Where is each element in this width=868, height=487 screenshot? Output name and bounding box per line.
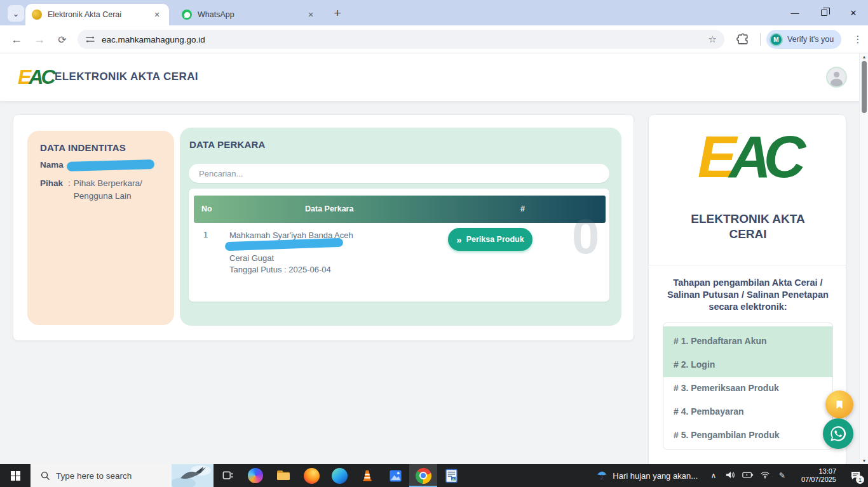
case-details: Mahkamah Syar'iyah Banda Aceh Cerai Guga… — [229, 230, 353, 276]
vlc-button[interactable] — [353, 464, 381, 487]
identity-title: DATA INDENTITAS — [40, 142, 161, 153]
tab-search-button[interactable]: ⌄ — [8, 5, 24, 22]
steps-list: # 1. Pendaftaran Akun # 2. Login # 3. Pe… — [663, 323, 833, 450]
site-settings-icon[interactable] — [85, 34, 95, 44]
column-action: # — [520, 204, 525, 213]
steps-heading: Tahapan pengambilan Akta Cerai / Salinan… — [660, 277, 836, 313]
decision-date: Tanggal Putus : 2025-06-04 — [229, 264, 353, 276]
search-icon — [41, 471, 50, 481]
column-data-perkara: Data Perkara — [305, 204, 353, 213]
pihak-value: Pihak Berperkara/ Pengguna Lain — [74, 177, 161, 203]
chrome-menu-button[interactable]: ⋮ — [850, 30, 865, 48]
edge-button[interactable] — [325, 464, 353, 487]
perkara-table: No Data Perkara # 1 Mahkamah Syar'iyah B… — [189, 189, 609, 302]
site-header: EAC ELEKTRONIK AKTA CERAI — [0, 53, 868, 101]
identity-panel: DATA INDENTITAS Nama : Pihak : Pihak Ber… — [27, 131, 174, 325]
notification-badge: 1 — [856, 476, 864, 484]
close-window-button[interactable]: ✕ — [839, 0, 868, 25]
tab-title: Elektronik Akta Cerai — [48, 10, 147, 19]
verify-profile-chip[interactable]: M Verify it's you — [766, 30, 841, 49]
start-button[interactable] — [0, 464, 31, 487]
periksa-produk-button[interactable]: » Periksa Produk — [448, 228, 532, 251]
row-number: 1 — [203, 230, 208, 239]
copilot-icon — [248, 468, 263, 483]
browser-toolbar: ← → ⟳ eac.mahkamahagung.go.id ☆ M Verify… — [0, 25, 868, 53]
firefox-button[interactable] — [297, 464, 325, 487]
volume-icon[interactable] — [724, 470, 738, 481]
whatsapp-favicon-icon — [182, 10, 192, 20]
firefox-icon — [304, 468, 320, 484]
minimize-button[interactable]: — — [780, 0, 810, 25]
close-tab-icon[interactable]: ✕ — [305, 9, 316, 20]
taskbar-right: ☂ Hari hujan yang akan... ∧ ✎ 13:07 07/0… — [597, 464, 868, 487]
vlc-cone-icon — [360, 469, 374, 483]
taskbar-clock[interactable]: 13:07 07/07/2025 — [797, 467, 836, 484]
bookmark-fab-button[interactable] — [825, 390, 853, 418]
verify-label: Verify it's you — [787, 35, 834, 44]
weather-text: Hari hujan yang akan... — [613, 471, 698, 481]
photos-icon — [388, 469, 403, 483]
back-button[interactable]: ← — [5, 28, 28, 51]
search-highlight-image[interactable] — [172, 464, 214, 487]
tab-title: WhatsApp — [198, 10, 301, 19]
wifi-icon[interactable] — [758, 470, 772, 481]
logo-caption: ELEKTRONIK AKTA CERAI — [649, 211, 847, 242]
new-tab-button[interactable]: + — [329, 5, 346, 22]
divider — [649, 265, 847, 265]
windows-logo-icon — [11, 471, 20, 481]
screen: ⌄ Elektronik Akta Cerai ✕ WhatsApp ✕ + —… — [0, 0, 868, 487]
scroll-up-icon[interactable]: ▲ — [860, 55, 868, 59]
user-avatar[interactable] — [826, 67, 847, 88]
tab-whatsapp[interactable]: WhatsApp ✕ — [175, 4, 323, 25]
address-bar[interactable]: eac.mahkamahagung.go.id ☆ — [78, 30, 724, 49]
task-view-button[interactable] — [214, 464, 241, 487]
url-text[interactable]: eac.mahkamahagung.go.id — [102, 35, 709, 44]
reload-button[interactable]: ⟳ — [51, 28, 74, 51]
action-center-button[interactable]: 1 — [843, 464, 868, 487]
bookmark-star-icon[interactable]: ☆ — [709, 34, 717, 45]
forward-button[interactable]: → — [28, 28, 51, 51]
double-chevron-icon: » — [456, 234, 461, 245]
pen-icon[interactable]: ✎ — [775, 471, 789, 480]
wordpad-icon — [445, 469, 458, 483]
battery-icon[interactable] — [741, 471, 755, 481]
wordpad-button[interactable] — [437, 464, 465, 487]
table-header: No Data Perkara # — [194, 196, 606, 223]
search-input[interactable] — [189, 164, 609, 183]
copilot-button[interactable] — [241, 464, 269, 487]
column-no: No — [201, 204, 212, 213]
list-item-step-2: # 2. Login — [674, 359, 715, 370]
scrollbar-thumb[interactable] — [862, 61, 867, 113]
extensions-icon[interactable] — [736, 32, 750, 46]
hidden-icons-chevron-icon[interactable]: ∧ — [707, 471, 721, 480]
eac-logo-small: EAC — [18, 65, 53, 89]
weather-widget[interactable]: ☂ Hari hujan yang akan... — [597, 469, 698, 483]
chrome-button[interactable] — [409, 464, 437, 487]
window-controls: — ✕ — [780, 0, 868, 25]
chevron-down-icon: ⌄ — [13, 9, 20, 18]
scroll-down-icon[interactable]: ▼ — [860, 458, 868, 463]
edge-icon — [332, 468, 348, 484]
photos-button[interactable] — [381, 464, 409, 487]
perkara-title: DATA PERKARA — [189, 139, 266, 150]
identity-pihak-row: Pihak : Pihak Berperkara/ Pengguna Lain — [40, 177, 161, 203]
folder-icon — [276, 468, 291, 483]
taskbar-search-input[interactable] — [56, 471, 164, 481]
restore-icon — [821, 10, 827, 16]
file-explorer-button[interactable] — [269, 464, 297, 487]
page-title: ELEKTRONIK AKTA CERAI — [55, 70, 198, 83]
list-item-step-1: # 1. Pendaftaran Akun — [674, 336, 767, 346]
eac-logo-large: EAC — [649, 126, 847, 188]
close-tab-icon[interactable]: ✕ — [151, 9, 163, 20]
time: 13:07 — [797, 467, 836, 476]
scrollbar[interactable]: ▲ ▼ — [859, 53, 868, 464]
taskbar-search-box[interactable] — [31, 464, 214, 487]
list-item-step-4: # 4. Pembayaran — [674, 406, 744, 417]
main-content-card: DATA INDENTITAS Nama : Pihak : Pihak Ber… — [13, 114, 634, 341]
sidebar-card: EAC ELEKTRONIK AKTA CERAI Tahapan pengam… — [648, 114, 846, 464]
umbrella-rain-icon: ☂ — [597, 469, 607, 483]
windows-taskbar: ☂ Hari hujan yang akan... ∧ ✎ 13:07 07/0… — [0, 464, 868, 487]
whatsapp-fab-button[interactable] — [823, 418, 853, 449]
restore-button[interactable] — [810, 0, 839, 25]
tab-elektronik-akta-cerai[interactable]: Elektronik Akta Cerai ✕ — [25, 4, 169, 25]
